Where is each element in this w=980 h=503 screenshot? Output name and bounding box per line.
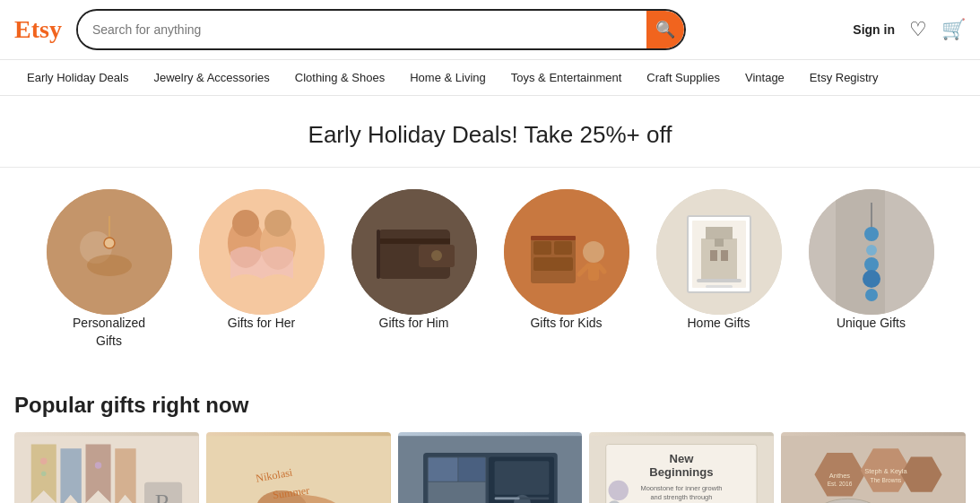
category-section: PersonalizedGifts Gifts for Her	[0, 168, 980, 371]
category-circle-her	[199, 189, 325, 315]
svg-rect-33	[715, 238, 724, 247]
svg-text:Beginnings: Beginnings	[650, 465, 714, 479]
product-card-1[interactable]: R	[14, 432, 199, 503]
category-circle-unique	[809, 189, 934, 315]
nav-item-jewelry[interactable]: Jewelry & Accessories	[141, 60, 282, 95]
hero-title: Early Holiday Deals! Take 25%+ off	[14, 121, 966, 149]
svg-rect-30	[706, 227, 733, 239]
svg-point-40	[864, 227, 879, 241]
svg-point-41	[866, 245, 877, 256]
svg-rect-34	[697, 279, 742, 282]
svg-point-51	[41, 472, 47, 477]
svg-point-7	[232, 210, 259, 237]
svg-point-85	[609, 481, 629, 500]
category-label-unique-gifts: Unique Gifts	[837, 315, 906, 333]
svg-marker-49	[115, 448, 135, 503]
popular-section: Popular gifts right now R	[0, 371, 980, 503]
category-item-gifts-her[interactable]: Gifts for Her	[199, 189, 325, 350]
svg-text:The Browns: The Browns	[871, 477, 903, 483]
svg-rect-12	[378, 238, 450, 244]
search-button[interactable]: 🔍	[646, 11, 684, 48]
category-item-gifts-him[interactable]: Gifts for Him	[351, 189, 477, 350]
svg-text:Steph & Keyla: Steph & Keyla	[864, 467, 907, 475]
svg-point-44	[865, 289, 878, 301]
svg-point-14	[431, 250, 442, 261]
svg-point-52	[95, 462, 101, 468]
svg-text:Anthes: Anthes	[829, 472, 851, 480]
nav-item-home-living[interactable]: Home & Living	[397, 60, 499, 95]
product-card-2[interactable]: Nikolasi Summer Madeline Briana Sweat	[206, 432, 391, 503]
product-card-3[interactable]: ⏮ ▶ ⏭ ▶	[398, 432, 583, 503]
popular-title: Popular gifts right now	[14, 393, 966, 418]
svg-rect-68	[428, 482, 485, 503]
svg-rect-70	[494, 461, 549, 494]
category-grid: PersonalizedGifts Gifts for Her	[36, 189, 944, 350]
svg-rect-20	[533, 257, 573, 271]
svg-point-42	[864, 257, 879, 272]
svg-rect-19	[554, 241, 572, 255]
nav-item-clothing[interactable]: Clothing & Shoes	[282, 60, 397, 95]
cart-button[interactable]: 🛒	[941, 18, 966, 41]
search-icon: 🔍	[655, 20, 675, 39]
category-item-personalized[interactable]: PersonalizedGifts	[47, 189, 172, 350]
sign-in-link[interactable]: Sign in	[853, 22, 895, 37]
category-item-gifts-kids[interactable]: Gifts for Kids	[504, 189, 629, 350]
nav-item-craft[interactable]: Craft Supplies	[634, 60, 733, 95]
header-actions: Sign in ♡ 🛒	[853, 18, 966, 41]
svg-rect-66	[428, 458, 457, 481]
svg-rect-38	[885, 189, 934, 315]
hero-banner: Early Holiday Deals! Take 25%+ off	[0, 96, 980, 168]
nav-item-toys[interactable]: Toys & Entertainment	[499, 60, 635, 95]
header: Etsy 🔍 Sign in ♡ 🛒	[0, 0, 980, 60]
heart-icon: ♡	[909, 18, 927, 40]
svg-text:Moonstone for inner growth: Moonstone for inner growth	[641, 484, 723, 492]
svg-point-22	[583, 241, 604, 263]
svg-text:Est. 2016: Est. 2016	[828, 481, 853, 488]
svg-rect-21	[531, 236, 576, 240]
products-grid: R Nikolasi Summer Madeline Briana Sweat	[14, 432, 966, 503]
svg-text:New: New	[670, 452, 695, 465]
category-item-home-gifts[interactable]: Home Gifts	[656, 189, 782, 350]
svg-rect-67	[458, 458, 485, 481]
search-bar: 🔍	[76, 9, 686, 50]
svg-point-50	[40, 458, 47, 464]
product-card-4[interactable]: New Beginnings Moonstone for inner growt…	[589, 432, 774, 503]
category-item-unique-gifts[interactable]: Unique Gifts	[809, 189, 934, 350]
svg-rect-18	[533, 241, 551, 255]
category-label-gifts-him: Gifts for Him	[379, 315, 449, 333]
svg-rect-15	[377, 230, 380, 279]
category-label-personalized: PersonalizedGifts	[73, 315, 145, 350]
search-input[interactable]	[78, 13, 646, 46]
svg-point-9	[265, 210, 291, 237]
category-label-gifts-kids: Gifts for Kids	[530, 315, 602, 333]
svg-point-2	[87, 255, 132, 276]
category-label-gifts-her: Gifts for Her	[228, 315, 295, 333]
category-circle-personalized	[47, 189, 172, 315]
category-circle-him	[351, 189, 477, 315]
svg-rect-35	[706, 285, 733, 288]
etsy-logo[interactable]: Etsy	[14, 15, 62, 44]
nav-item-registry[interactable]: Etsy Registry	[797, 60, 891, 95]
svg-rect-32	[721, 250, 728, 261]
svg-rect-73	[494, 498, 519, 500]
svg-text:and strength through: and strength through	[651, 493, 713, 501]
category-circle-kids	[504, 189, 629, 315]
main-nav: Early Holiday Deals Jewelry & Accessorie…	[0, 60, 980, 96]
product-card-5[interactable]: Anthes Est. 2016 Steph & Keyla The Brown…	[781, 432, 966, 503]
svg-text:R: R	[155, 490, 171, 503]
nav-item-early-deals[interactable]: Early Holiday Deals	[14, 60, 141, 95]
wishlist-button[interactable]: ♡	[909, 18, 927, 41]
category-label-home-gifts: Home Gifts	[687, 315, 750, 333]
svg-rect-31	[710, 250, 717, 261]
category-circle-home	[656, 189, 782, 315]
svg-point-43	[863, 270, 880, 288]
cart-icon: 🛒	[941, 18, 966, 40]
nav-item-vintage[interactable]: Vintage	[733, 60, 797, 95]
svg-point-4	[104, 238, 115, 248]
svg-marker-47	[60, 448, 81, 503]
